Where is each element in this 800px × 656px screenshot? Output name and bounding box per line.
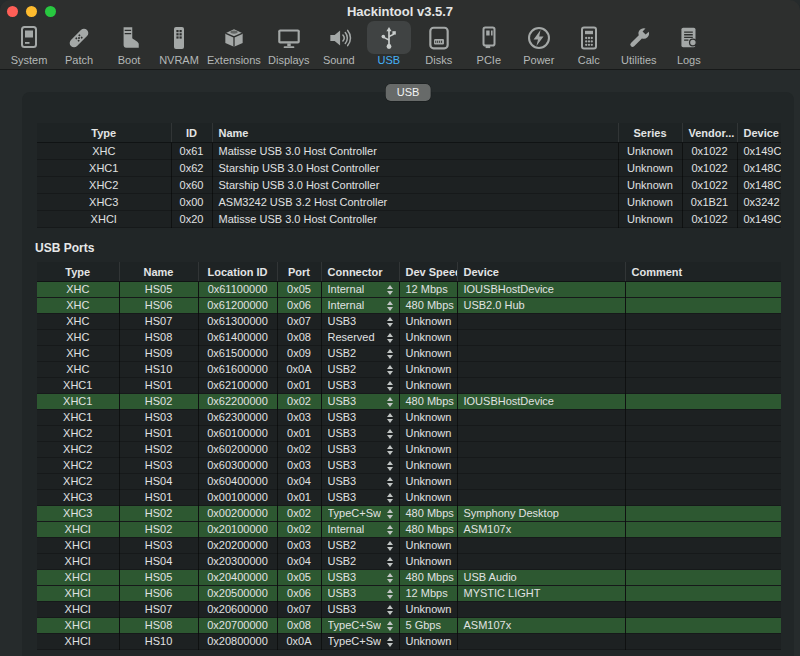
ports-table-row[interactable]: XHCIHS100x208000000x0ATypeC+SwUnknown xyxy=(37,634,781,650)
toolbar-item-usb[interactable]: USB xyxy=(364,21,414,66)
column-header-dev-speed[interactable]: Dev Speed xyxy=(399,262,457,282)
tab-usb[interactable]: USB xyxy=(386,84,431,101)
connector-popup[interactable]: TypeC+Sw xyxy=(328,618,393,633)
toolbar-item-sound[interactable]: Sound xyxy=(314,21,364,66)
ports-table-row[interactable]: XHCHS050x611000000x05Internal12 MbpsIOUS… xyxy=(37,282,781,298)
column-header-device[interactable]: Device xyxy=(457,262,625,282)
connector-popup[interactable]: USB2 xyxy=(328,554,393,569)
controllers-table-row[interactable]: XHC30x00ASM3242 USB 3.2 Host ControllerU… xyxy=(37,194,781,211)
ports-table-row[interactable]: XHCIHS020x201000000x02Internal480 MbpsAS… xyxy=(37,522,781,538)
column-header-type[interactable]: Type xyxy=(37,262,119,282)
ports-table-row[interactable]: XHC1HS030x623000000x03USB3Unknown xyxy=(37,410,781,426)
cell-port: 0x03 xyxy=(277,410,321,426)
controllers-table-row[interactable]: XHCI0x20Matisse USB 3.0 Host ControllerU… xyxy=(37,211,781,228)
ports-table-row[interactable]: XHC2HS020x602000000x02USB3Unknown xyxy=(37,442,781,458)
connector-popup[interactable]: Reserved xyxy=(328,330,393,345)
ports-table-row[interactable]: XHC2HS040x604000000x04USB3Unknown xyxy=(37,474,781,490)
ports-table-row[interactable]: XHC1HS010x621000000x01USB3Unknown xyxy=(37,378,781,394)
connector-popup[interactable]: Internal xyxy=(328,282,393,297)
toolbar-item-boot[interactable]: Boot xyxy=(104,21,154,66)
connector-popup[interactable]: TypeC+Sw xyxy=(328,634,393,649)
ports-table-row[interactable]: XHCHS070x613000000x07USB3Unknown xyxy=(37,314,781,330)
toolbar-item-system[interactable]: System xyxy=(4,21,54,66)
column-header-connector[interactable]: Connector xyxy=(321,262,399,282)
ports-table-row[interactable]: XHCIHS060x205000000x06USB312 MbpsMYSTIC … xyxy=(37,586,781,602)
controllers-table-row[interactable]: XHC20x60Starship USB 3.0 Host Controller… xyxy=(37,177,781,194)
toolbar-item-label-boot: Boot xyxy=(118,54,141,66)
connector-popup[interactable]: USB2 xyxy=(328,538,393,553)
toolbar-item-pcie[interactable]: PCIe xyxy=(464,21,514,66)
toolbar-item-extensions[interactable]: Extensions xyxy=(204,21,264,66)
cell-comment xyxy=(625,394,781,410)
cell-connector: USB3 xyxy=(321,426,399,442)
cell-connector: USB3 xyxy=(321,394,399,410)
cell-name: HS04 xyxy=(119,474,198,490)
cell-port: 0x07 xyxy=(277,314,321,330)
ports-table-row[interactable]: XHC2HS010x601000000x01USB3Unknown xyxy=(37,426,781,442)
disks-icon xyxy=(417,21,461,54)
connector-popup[interactable]: USB3 xyxy=(328,314,393,329)
toolbar-item-nvram[interactable]: NVRAM xyxy=(154,21,204,66)
column-header-comment[interactable]: Comment xyxy=(625,262,781,282)
toolbar-item-utilities[interactable]: Utilities xyxy=(614,21,664,66)
toolbar-item-patch[interactable]: Patch xyxy=(54,21,104,66)
ports-table-row[interactable]: XHCIHS080x207000000x08TypeC+Sw5 GbpsASM1… xyxy=(37,618,781,634)
cell-name: HS01 xyxy=(119,426,198,442)
cell-device: ASM107x xyxy=(457,618,625,634)
connector-popup[interactable]: USB3 xyxy=(328,570,393,585)
ports-table-row[interactable]: XHC2HS030x603000000x03USB3Unknown xyxy=(37,458,781,474)
connector-popup[interactable]: USB3 xyxy=(328,602,393,617)
toolbar-item-calc[interactable]: Calc xyxy=(564,21,614,66)
column-header-id[interactable]: ID xyxy=(171,123,212,143)
column-header-name[interactable]: Name xyxy=(119,262,198,282)
connector-popup[interactable]: USB3 xyxy=(328,442,393,457)
connector-popup[interactable]: USB3 xyxy=(328,474,393,489)
ports-table-row[interactable]: XHCIHS040x203000000x04USB2Unknown xyxy=(37,554,781,570)
toolbar-item-logs[interactable]: Logs xyxy=(664,21,714,66)
column-header-name[interactable]: Name xyxy=(212,123,618,143)
ports-table-row[interactable]: XHCHS080x614000000x08ReservedUnknown xyxy=(37,330,781,346)
connector-popup[interactable]: USB3 xyxy=(328,586,393,601)
column-header-series[interactable]: Series xyxy=(618,123,682,143)
connector-popup[interactable]: TypeC+Sw xyxy=(328,506,393,521)
connector-popup[interactable]: USB2 xyxy=(328,362,393,377)
cell-comment xyxy=(625,506,781,522)
ports-table-row[interactable]: XHCHS100x616000000x0AUSB2Unknown xyxy=(37,362,781,378)
ports-table-row[interactable]: XHCIHS070x206000000x07USB3Unknown xyxy=(37,602,781,618)
column-header-type[interactable]: Type xyxy=(37,123,171,143)
ports-table-row[interactable]: XHCIHS030x202000000x03USB2Unknown xyxy=(37,538,781,554)
ports-table-row[interactable]: XHCHS090x615000000x09USB2Unknown xyxy=(37,346,781,362)
ports-table-row[interactable]: XHCHS060x612000000x06Internal480 MbpsUSB… xyxy=(37,298,781,314)
column-header-device-id[interactable]: Device ID xyxy=(737,123,781,143)
cell-comment xyxy=(625,442,781,458)
column-header-location-id[interactable]: Location ID xyxy=(198,262,277,282)
ports-table-row[interactable]: XHC3HS020x002000000x02TypeC+Sw480 MbpsSy… xyxy=(37,506,781,522)
cell-dev-speed: 480 Mbps xyxy=(399,298,457,314)
cell-device xyxy=(457,362,625,378)
connector-popup[interactable]: Internal xyxy=(328,522,393,537)
toolbar-item-power[interactable]: Power xyxy=(514,21,564,66)
cell-type: XHCI xyxy=(37,634,119,650)
connector-popup[interactable]: Internal xyxy=(328,298,393,313)
connector-value: USB3 xyxy=(328,378,357,393)
connector-popup[interactable]: USB3 xyxy=(328,458,393,473)
controllers-table-row[interactable]: XHC0x61Matisse USB 3.0 Host ControllerUn… xyxy=(37,143,781,160)
controllers-table-row[interactable]: XHC10x62Starship USB 3.0 Host Controller… xyxy=(37,160,781,177)
connector-popup[interactable]: USB3 xyxy=(328,490,393,505)
toolbar-item-displays[interactable]: Displays xyxy=(264,21,314,66)
cell-device: USB Audio xyxy=(457,570,625,586)
ports-table-row[interactable]: XHC3HS010x001000000x01USB3Unknown xyxy=(37,490,781,506)
column-header-port[interactable]: Port xyxy=(277,262,321,282)
cell-connector: TypeC+Sw xyxy=(321,506,399,522)
column-header-vendor[interactable]: Vendor... xyxy=(682,123,737,143)
ports-table-row[interactable]: XHC1HS020x622000000x02USB3480 MbpsIOUSBH… xyxy=(37,394,781,410)
toolbar-item-disks[interactable]: Disks xyxy=(414,21,464,66)
connector-popup[interactable]: USB3 xyxy=(328,394,393,409)
connector-popup[interactable]: USB3 xyxy=(328,410,393,425)
toolbar-item-label-calc: Calc xyxy=(578,54,600,66)
connector-popup[interactable]: USB3 xyxy=(328,378,393,393)
connector-popup[interactable]: USB2 xyxy=(328,346,393,361)
cell-port: 0x05 xyxy=(277,570,321,586)
connector-popup[interactable]: USB3 xyxy=(328,426,393,441)
ports-table-row[interactable]: XHCIHS050x204000000x05USB3480 MbpsUSB Au… xyxy=(37,570,781,586)
